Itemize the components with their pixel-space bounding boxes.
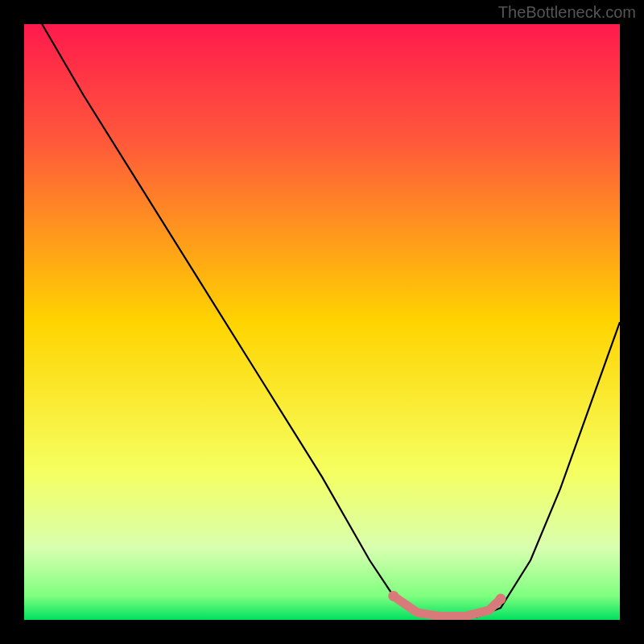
chart-svg [24,24,620,620]
chart-area [24,24,620,620]
watermark-text: TheBottleneck.com [498,3,636,22]
optimal-range-start-dot [388,591,398,601]
optimal-range-end-dot [496,594,506,605]
chart-background [24,24,620,620]
